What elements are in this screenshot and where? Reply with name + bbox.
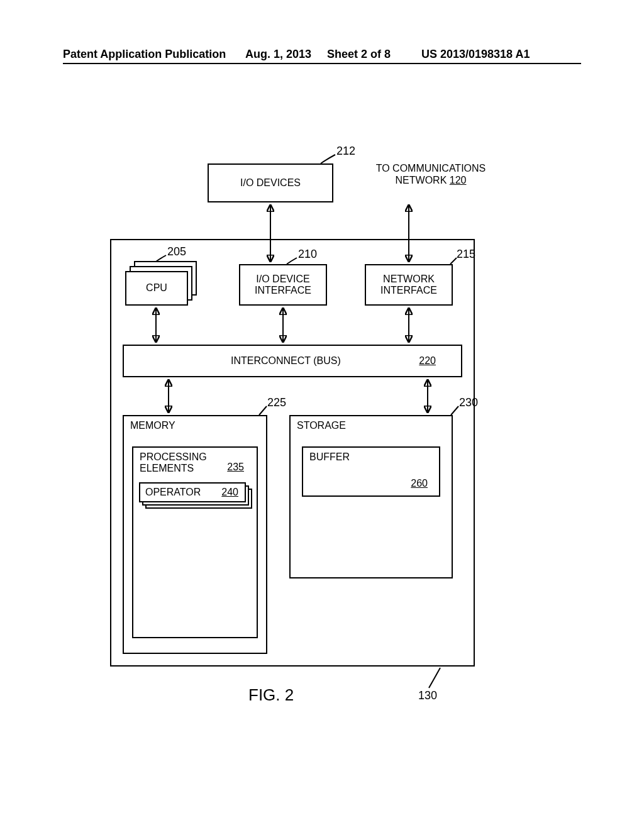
buffer-box: BUFFER 260 (302, 446, 440, 497)
lead-212: 212 (336, 145, 355, 158)
page: Patent Application Publication Aug. 1, 2… (0, 0, 644, 830)
header-rule (63, 63, 581, 64)
network-interface-box: NETWORK INTERFACE (365, 264, 453, 306)
buffer-text: BUFFER (309, 451, 350, 463)
io-devices-box: I/O DEVICES (208, 163, 333, 202)
header-publication: Patent Application Publication (63, 48, 226, 61)
to-comm-network-label: TO COMMUNICATIONS NETWORK 120 (371, 162, 491, 186)
lead-210: 210 (298, 248, 317, 261)
lead-225: 225 (267, 396, 286, 409)
io-devices-text: I/O DEVICES (240, 177, 301, 189)
bus-ref: 220 (419, 355, 436, 367)
operator-text: OPERATOR (145, 487, 201, 498)
io-device-interface-text: I/O DEVICE INTERFACE (255, 274, 311, 297)
operator-ref: 240 (221, 487, 238, 498)
interconnect-bus-box: INTERCONNECT (BUS) 220 (123, 345, 462, 377)
figure-caption: FIG. 2 (248, 685, 294, 705)
processing-elements-box: PROCESSING ELEMENTS 235 (132, 446, 258, 638)
processing-elements-text: PROCESSING ELEMENTS (140, 451, 207, 474)
lead-205: 205 (167, 245, 186, 258)
lead-215: 215 (457, 248, 475, 261)
header-date: Aug. 1, 2013 (245, 48, 311, 61)
interconnect-bus-text: INTERCONNECT (BUS) (231, 355, 341, 367)
operator-box: OPERATOR 240 (139, 482, 246, 502)
cpu-text: CPU (146, 282, 167, 294)
cpu-box: CPU (125, 271, 188, 306)
memory-title: MEMORY (130, 420, 175, 431)
comm-ref: 120 (450, 175, 467, 185)
storage-box: STORAGE (289, 415, 453, 578)
network-interface-text: NETWORK INTERFACE (380, 274, 437, 297)
storage-title: STORAGE (297, 420, 346, 431)
io-device-interface-box: I/O DEVICE INTERFACE (239, 264, 327, 306)
to-comm-text: TO COMMUNICATIONS NETWORK (376, 163, 486, 185)
lead-230: 230 (459, 396, 478, 409)
header-docno: US 2013/0198318 A1 (421, 48, 530, 61)
lead-130: 130 (418, 689, 437, 702)
header-sheet: Sheet 2 of 8 (327, 48, 391, 61)
processing-elements-ref: 235 (227, 462, 244, 473)
buffer-ref: 260 (411, 478, 428, 489)
